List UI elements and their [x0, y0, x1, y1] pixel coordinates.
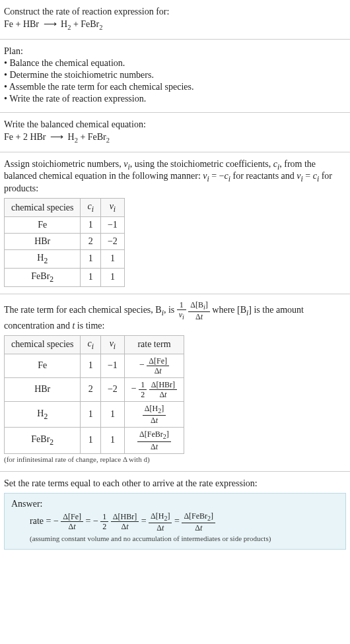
cell-rateterm: − 12 Δ[HBr]Δt: [124, 377, 184, 401]
rateterm-text-mid1: , is: [164, 305, 177, 315]
rateterm-text-mid2: where [B: [212, 305, 246, 315]
cell-species: Fe: [5, 354, 81, 377]
table-row: Fe 1 −1: [5, 216, 125, 233]
cell-nui: −1: [100, 354, 124, 377]
cell-nui: 1: [100, 249, 124, 268]
cell-ci: 1: [81, 354, 100, 377]
cell-nui: −2: [100, 233, 124, 249]
cell-species: FeBr2: [5, 428, 81, 453]
table-header-row: chemical species ci νi: [5, 199, 125, 217]
intro-section: Construct the rate of reaction expressio…: [0, 0, 350, 40]
table-row: FeBr2 1 1 Δ[FeBr2]Δt: [5, 428, 184, 453]
table-row: FeBr2 1 1: [5, 268, 125, 286]
cell-nui: −1: [100, 216, 124, 233]
table-row: HBr 2 −2 − 12 Δ[HBr]Δt: [5, 377, 184, 401]
cell-species: HBr: [5, 233, 81, 249]
answer-label: Answer:: [11, 499, 339, 509]
cell-ci: 1: [81, 428, 100, 453]
cell-species: HBr: [5, 377, 81, 401]
table-row: HBr 2 −2: [5, 233, 125, 249]
col-nui: νi: [100, 335, 124, 354]
plan-item: • Determine the stoichiometric numbers.: [4, 70, 346, 80]
final-section: Set the rate terms equal to each other t…: [0, 472, 350, 556]
cell-ci: 1: [81, 249, 100, 268]
cell-rateterm: Δ[H2]Δt: [124, 401, 184, 427]
col-ci: ci: [81, 335, 100, 354]
col-species: chemical species: [5, 335, 81, 354]
table-row: Fe 1 −1 − Δ[Fe]Δt: [5, 354, 184, 377]
balanced-equation: Fe + 2 HBr ⟶ H2 + FeBr2: [4, 131, 346, 144]
rate-expression: rate = − Δ[Fe]Δt = − 12 Δ[HBr]Δt = Δ[H2]…: [11, 512, 339, 532]
cell-ci: 1: [81, 401, 100, 427]
stoich-table-2: chemical species ci νi rate term Fe 1 −1…: [4, 335, 184, 454]
col-ci: ci: [81, 199, 100, 217]
plan-item: • Assemble the rate term for each chemic…: [4, 82, 346, 92]
cell-ci: 1: [81, 216, 100, 233]
stoich-table-1: chemical species ci νi Fe 1 −1 HBr 2 −2 …: [4, 198, 125, 286]
cell-nui: 1: [100, 428, 124, 453]
rateterm-footnote: (for infinitesimal rate of change, repla…: [4, 455, 346, 463]
cell-species: FeBr2: [5, 268, 81, 286]
plan-item: • Write the rate of reaction expression.: [4, 94, 346, 104]
cell-ci: 1: [81, 268, 100, 286]
table-header-row: chemical species ci νi rate term: [5, 335, 184, 354]
plan-item: • Balance the chemical equation.: [4, 58, 346, 69]
col-species: chemical species: [5, 199, 81, 217]
table-row: H2 1 1 Δ[H2]Δt: [5, 401, 184, 427]
table-row: H2 1 1: [5, 249, 125, 268]
assumption-note: (assuming constant volume and no accumul…: [11, 534, 339, 542]
col-rateterm: rate term: [124, 335, 184, 354]
plan-section: Plan: • Balance the chemical equation. •…: [0, 40, 350, 113]
assign-text: Assign stoichiometric numbers, νi, using…: [4, 159, 346, 195]
balanced-heading: Write the balanced chemical equation:: [4, 119, 346, 130]
cell-rateterm: Δ[FeBr2]Δt: [124, 428, 184, 453]
rateterm-text-end: is time:: [75, 321, 104, 331]
balanced-section: Write the balanced chemical equation: Fe…: [0, 113, 350, 152]
cell-nui: −2: [100, 377, 124, 401]
cell-species: H2: [5, 249, 81, 268]
final-heading: Set the rate terms equal to each other t…: [4, 478, 346, 489]
rateterm-section: The rate term for each chemical species,…: [0, 294, 350, 472]
intro-equation: Fe + HBr ⟶ H2 + FeBr2: [4, 18, 346, 31]
cell-species: H2: [5, 401, 81, 427]
answer-box: Answer: rate = − Δ[Fe]Δt = − 12 Δ[HBr]Δt…: [4, 493, 346, 550]
rateterm-text-pre: The rate term for each chemical species,…: [4, 305, 162, 315]
col-nui: νi: [100, 199, 124, 217]
intro-title: Construct the rate of reaction expressio…: [4, 7, 346, 17]
cell-ci: 2: [81, 233, 100, 249]
cell-nui: 1: [100, 401, 124, 427]
plan-heading: Plan:: [4, 46, 346, 57]
cell-nui: 1: [100, 268, 124, 286]
cell-rateterm: − Δ[Fe]Δt: [124, 354, 184, 377]
cell-ci: 2: [81, 377, 100, 401]
cell-species: Fe: [5, 216, 81, 233]
assign-section: Assign stoichiometric numbers, νi, using…: [0, 152, 350, 294]
rateterm-text: The rate term for each chemical species,…: [4, 301, 346, 331]
